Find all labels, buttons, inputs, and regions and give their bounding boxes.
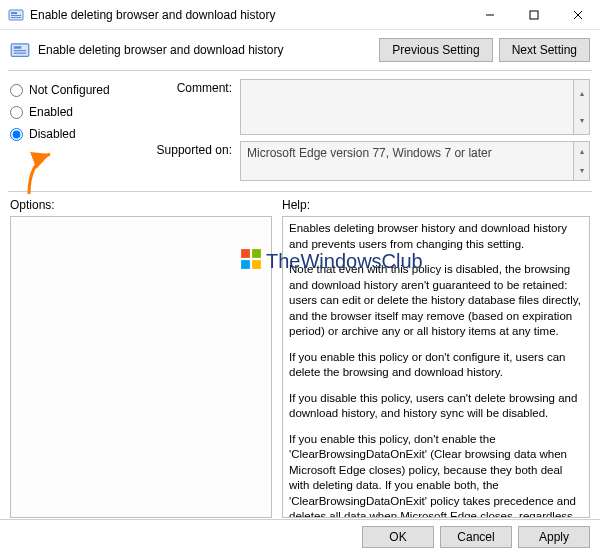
comment-field[interactable]: ▴ ▾ — [240, 79, 590, 135]
radio-not-configured[interactable]: Not Configured — [10, 83, 150, 97]
chevron-down-icon[interactable]: ▾ — [574, 107, 589, 134]
radio-label: Enabled — [29, 105, 73, 119]
help-text: Enables deleting browser history and dow… — [289, 221, 583, 518]
help-paragraph: If you enable this policy, don't enable … — [289, 432, 583, 518]
maximize-button[interactable] — [512, 0, 556, 30]
comment-label: Comment: — [150, 79, 240, 135]
dialog-footer: OK Cancel Apply — [0, 519, 600, 554]
supported-on-label: Supported on: — [150, 141, 240, 181]
supported-spinner[interactable]: ▴ ▾ — [573, 142, 589, 180]
supported-on-value: Microsoft Edge version 77, Windows 7 or … — [247, 146, 492, 160]
svg-rect-3 — [11, 17, 21, 18]
radio-disabled[interactable]: Disabled — [10, 127, 150, 141]
supported-on-field: Microsoft Edge version 77, Windows 7 or … — [240, 141, 590, 181]
help-paragraph: If you disable this policy, users can't … — [289, 391, 583, 422]
previous-setting-button[interactable]: Previous Setting — [379, 38, 492, 62]
apply-button[interactable]: Apply — [518, 526, 590, 548]
svg-rect-2 — [11, 15, 21, 16]
help-paragraph: Enables deleting browser history and dow… — [289, 221, 583, 252]
radio-not-configured-input[interactable] — [10, 84, 23, 97]
svg-rect-11 — [14, 53, 27, 54]
next-setting-button[interactable]: Next Setting — [499, 38, 590, 62]
svg-rect-9 — [14, 46, 22, 49]
svg-rect-1 — [11, 12, 17, 14]
policy-icon — [8, 7, 24, 23]
minimize-button[interactable] — [468, 0, 512, 30]
help-paragraph: If you enable this policy or don't confi… — [289, 350, 583, 381]
window-title: Enable deleting browser and download his… — [30, 8, 468, 22]
radio-enabled-input[interactable] — [10, 106, 23, 119]
help-paragraph: Note that even with this policy is disab… — [289, 262, 583, 340]
radio-label: Disabled — [29, 127, 76, 141]
chevron-up-icon[interactable]: ▴ — [574, 142, 589, 161]
lower-pane: Options: Help: Enables deleting browser … — [0, 192, 600, 518]
ok-button[interactable]: OK — [362, 526, 434, 548]
chevron-up-icon[interactable]: ▴ — [574, 80, 589, 107]
close-button[interactable] — [556, 0, 600, 30]
radio-disabled-input[interactable] — [10, 128, 23, 141]
titlebar: Enable deleting browser and download his… — [0, 0, 600, 30]
radio-enabled[interactable]: Enabled — [10, 105, 150, 119]
help-label: Help: — [282, 198, 590, 212]
radio-label: Not Configured — [29, 83, 110, 97]
config-area: Not Configured Enabled Disabled Comment:… — [0, 71, 600, 191]
state-radios: Not Configured Enabled Disabled — [10, 79, 150, 187]
policy-title: Enable deleting browser and download his… — [38, 43, 379, 57]
options-label: Options: — [10, 198, 272, 212]
help-panel[interactable]: Enables deleting browser history and dow… — [282, 216, 590, 518]
options-panel[interactable] — [10, 216, 272, 518]
svg-rect-10 — [14, 50, 27, 51]
chevron-down-icon[interactable]: ▾ — [574, 161, 589, 180]
svg-rect-5 — [530, 11, 538, 19]
cancel-button[interactable]: Cancel — [440, 526, 512, 548]
header-row: Enable deleting browser and download his… — [0, 30, 600, 70]
policy-icon — [10, 40, 30, 60]
comment-spinner[interactable]: ▴ ▾ — [573, 80, 589, 134]
